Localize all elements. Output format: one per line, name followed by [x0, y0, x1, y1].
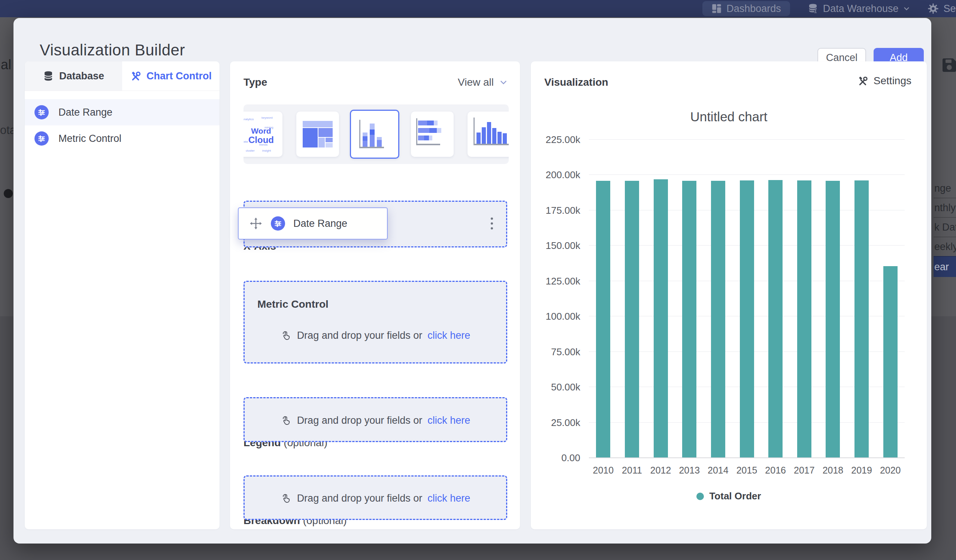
view-all-label: View all: [458, 76, 494, 88]
y-axis-tick-label: 100.00k: [531, 311, 580, 322]
bar-2020: [883, 266, 898, 458]
chart-gridline: [589, 174, 905, 175]
x-axis-tick-label: 2013: [675, 465, 704, 476]
y-axis-tick-label: 200.00k: [531, 169, 580, 181]
bar-2013: [682, 181, 697, 457]
legend-dropzone[interactable]: Drag and drop your fields or click here: [244, 397, 507, 442]
x-axis-options-kebab-icon[interactable]: [486, 214, 497, 233]
y-axis-tick-label: 125.00k: [531, 276, 580, 287]
drop-hint-text: Drag and drop your fields or: [297, 415, 423, 427]
chart-title: Untitled chart: [531, 109, 927, 124]
field-item-label: Metric Control: [58, 133, 121, 144]
tab-chart-control-label: Chart Control: [146, 71, 212, 82]
nav-dashboards[interactable]: Dashboards: [702, 1, 790, 16]
background-dropdown-item[interactable]: k Date: [934, 217, 956, 237]
tap-hand-icon: [281, 415, 292, 427]
bar-2016: [768, 180, 783, 457]
x-axis-tick-label: 2018: [819, 465, 848, 476]
chart-settings-button[interactable]: Settings: [857, 75, 911, 87]
field-item-label: Date Range: [58, 107, 112, 118]
background-dropdown-item[interactable]: nthly: [934, 198, 956, 217]
y-axis-tick-label: 75.00k: [531, 346, 580, 358]
visualization-heading: Visualization: [544, 76, 609, 88]
chart-gridline: [589, 139, 905, 140]
fields-panel-tabs: Database Chart Control: [25, 61, 220, 91]
view-all-dropdown[interactable]: View all: [458, 76, 508, 88]
click-here-link[interactable]: click here: [428, 330, 470, 341]
click-here-link[interactable]: click here: [428, 493, 470, 504]
background-cut-text-1: al: [1, 57, 11, 73]
field-item-metric-control[interactable]: Metric Control: [25, 125, 220, 152]
dashboards-icon: [711, 3, 722, 14]
builder-panel: Type View all analyticskeywordminingdata…: [230, 61, 520, 529]
fields-panel: Database Chart Control Date Range Metric…: [25, 61, 220, 529]
y-axis-dropzone[interactable]: Metric Control Drag and drop your fields…: [244, 281, 507, 364]
y-axis-tick-label: 175.00k: [531, 205, 580, 216]
chevron-down-icon: [903, 5, 910, 13]
control-sliders-icon: [35, 105, 49, 119]
tap-hand-icon: [281, 493, 292, 504]
x-axis-tick-label: 2016: [761, 465, 790, 476]
top-nav-bar: Dashboards Data Warehouse Settings: [0, 0, 956, 17]
control-sliders-icon: [271, 216, 285, 231]
x-axis-tick-label: 2014: [704, 465, 733, 476]
background-bullet-dot: [4, 189, 13, 198]
tab-chart-control[interactable]: Chart Control: [122, 61, 220, 91]
legend-series-label: Total Order: [709, 490, 761, 502]
tools-icon: [130, 71, 141, 82]
nav-settings[interactable]: Settings: [928, 3, 956, 15]
x-axis-tick-label: 2020: [876, 465, 905, 476]
word-cloud-word2: Cloud: [244, 135, 283, 145]
background-dropdown-item[interactable]: ear: [934, 256, 956, 277]
chart-type-stacked-bar[interactable]: [411, 111, 454, 157]
drop-hint-text: Drag and drop your fields or: [297, 330, 423, 341]
click-here-link[interactable]: click here: [428, 415, 470, 427]
bar-2012: [654, 179, 668, 457]
modal-title: Visualization Builder: [40, 41, 185, 59]
chart-type-word-cloud[interactable]: analyticskeywordminingdatatrendsclusteri…: [244, 111, 283, 157]
database-icon: [43, 71, 54, 82]
bar-2014: [711, 181, 725, 457]
chart-type-strip: analyticskeywordminingdatatrendsclusteri…: [244, 104, 509, 164]
chart-plot: [589, 139, 905, 458]
bar-2015: [740, 180, 754, 457]
x-axis-tick-label: 2011: [618, 465, 646, 476]
breakdown-dropzone[interactable]: Drag and drop your fields or click here: [244, 475, 507, 520]
data-warehouse-icon: [807, 3, 819, 14]
chevron-down-icon: [499, 78, 508, 87]
chart-settings-label: Settings: [874, 75, 911, 87]
word-cloud-small-word: cluster: [246, 149, 255, 152]
tab-database-label: Database: [59, 71, 104, 82]
y-axis-tick-label: 25.00k: [531, 417, 580, 428]
nav-data-warehouse[interactable]: Data Warehouse: [807, 3, 911, 15]
visualization-builder-modal: Visualization Builder Cancel Add Databas…: [14, 18, 931, 544]
field-item-date-range[interactable]: Date Range: [25, 99, 220, 125]
y-axis-tick-label: 225.00k: [531, 134, 580, 146]
bar-2017: [797, 180, 811, 457]
y-axis-tick-label: 150.00k: [531, 240, 580, 251]
background-dropdown-item[interactable]: nge: [934, 179, 956, 198]
tab-database[interactable]: Database: [25, 61, 122, 91]
type-heading: Type: [244, 76, 267, 88]
chart-type-treemap[interactable]: [296, 111, 339, 157]
visualization-panel: Visualization Settings Untitled chart 22…: [531, 61, 927, 529]
chart-type-stacked-column-selected[interactable]: [350, 110, 399, 159]
chart-legend-total-order[interactable]: Total Order: [531, 490, 927, 502]
tap-hand-icon: [281, 330, 292, 341]
x-axis-tick-label: 2012: [646, 465, 675, 476]
word-cloud-small-word: analytics: [244, 118, 254, 121]
x-axis-tick-label: 2019: [848, 465, 876, 476]
chart-type-histogram[interactable]: [467, 111, 509, 157]
crossed-tools-icon: [857, 75, 868, 86]
gear-icon: [928, 3, 939, 14]
dragged-field-date-range[interactable]: Date Range: [238, 207, 388, 240]
save-icon[interactable]: [940, 56, 956, 74]
bar-2018: [825, 181, 840, 457]
word-cloud-word1: Word: [244, 127, 283, 135]
control-sliders-icon: [35, 132, 49, 146]
bar-2010: [596, 181, 610, 457]
background-dropdown-item[interactable]: eekly: [934, 237, 956, 256]
nav-data-warehouse-label: Data Warehouse: [823, 3, 899, 15]
x-axis-tick-label: 2010: [589, 465, 618, 476]
dragged-field-label: Date Range: [293, 218, 347, 229]
